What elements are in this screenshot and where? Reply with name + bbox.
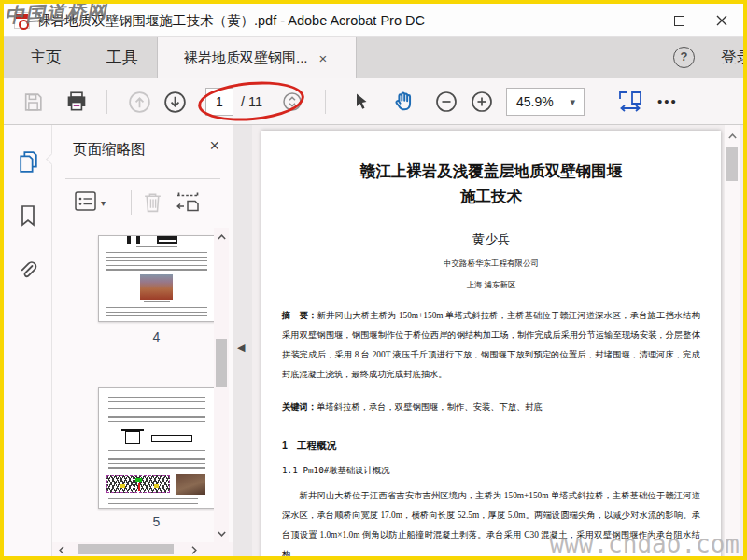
thumb4-text-block bbox=[106, 252, 207, 272]
thumb5-text-block bbox=[108, 498, 198, 506]
scroll-right-icon[interactable] bbox=[187, 542, 202, 557]
sign-in-button[interactable]: 登录 bbox=[721, 37, 747, 78]
chevron-down-icon: ▾ bbox=[570, 96, 584, 108]
zoom-level-value: 45.9% bbox=[507, 94, 570, 109]
thumb4-photo bbox=[140, 274, 173, 300]
bookmarks-rail-button[interactable] bbox=[18, 203, 38, 228]
page-down-icon bbox=[162, 90, 188, 115]
scrollbar-thumb[interactable] bbox=[78, 544, 174, 554]
thumb5-diagram-left bbox=[125, 431, 140, 444]
thumbnails-panel: 页面缩略图 × ▾ bbox=[52, 125, 233, 556]
scrollbar-thumb[interactable] bbox=[726, 147, 738, 181]
truss-green-mark bbox=[135, 478, 142, 482]
abstract-text: 新井冈山大桥主桥为 150m+150m 单塔式斜拉桥，主桥基础位于赣江河道深水区… bbox=[282, 311, 700, 379]
page-number-input[interactable] bbox=[205, 88, 233, 116]
page-count-label: / 11 bbox=[241, 78, 262, 125]
options-list-icon bbox=[75, 190, 99, 213]
zoom-in-button[interactable] bbox=[467, 78, 497, 125]
paper-keywords: 关键词：单塔斜拉桥，承台，双壁钢围堰，制作、安装、下放、封底 bbox=[282, 398, 700, 417]
section-heading-1-1: 1.1 Pm10#墩基础设计概况 bbox=[282, 465, 700, 477]
thumbnail-page-4[interactable] bbox=[98, 235, 215, 322]
thumbnail-page-5[interactable] bbox=[98, 387, 215, 509]
print-button[interactable] bbox=[60, 78, 93, 125]
main-area: 页面缩略图 × ▾ bbox=[4, 125, 743, 556]
scroll-down-icon[interactable] bbox=[214, 526, 229, 541]
help-icon: ? bbox=[681, 49, 688, 63]
print-icon bbox=[64, 90, 89, 114]
page-view-options-button[interactable] bbox=[278, 78, 306, 125]
paper-abstract: 摘 要：新井冈山大桥主桥为 150m+150m 单塔式斜拉桥，主桥基础位于赣江河… bbox=[282, 306, 700, 385]
thumb4-diagram-fragment bbox=[136, 236, 140, 244]
minimize-icon bbox=[630, 21, 641, 21]
next-page-button[interactable] bbox=[159, 78, 190, 125]
thumbnail-options-button[interactable] bbox=[75, 190, 99, 213]
scroll-left-icon[interactable] bbox=[54, 542, 69, 557]
paper-title-line1: 赣江上裸岩及浅覆盖层地质双壁钢围堰 bbox=[282, 159, 700, 184]
site-watermark-bottom: www.cndao.com bbox=[550, 530, 740, 558]
zoom-out-button[interactable] bbox=[431, 78, 461, 125]
thumb4-caption-line bbox=[136, 246, 177, 249]
page-thumbnails-icon bbox=[17, 149, 40, 175]
thumbnail-list: 4 bbox=[52, 228, 233, 543]
tab-bar: 主页 工具 裸岩地质双壁钢围... × ? 登录 bbox=[4, 37, 743, 78]
panel-toolbar: ▾ bbox=[52, 185, 233, 222]
thumbnail-scrollbar-horizontal[interactable] bbox=[52, 542, 233, 556]
scroll-up-icon[interactable] bbox=[214, 230, 229, 245]
document-viewport[interactable]: 赣江上裸岩及浅覆盖层地质双壁钢围堰 施工技术 黄少兵 中交路桥华东工程有限公司 … bbox=[252, 125, 743, 556]
fit-width-button[interactable] bbox=[613, 78, 648, 125]
more-tools-button[interactable]: ••• bbox=[657, 78, 678, 125]
title-bar: 裸岩地质双壁钢围堰施工技术（黄）.pdf - Adobe Acrobat Pro… bbox=[4, 4, 743, 37]
attachments-rail-button[interactable] bbox=[17, 259, 39, 282]
tab-document[interactable]: 裸岩地质双壁钢围... × bbox=[157, 37, 357, 78]
thumb5-text-block bbox=[108, 450, 205, 469]
fit-width-icon bbox=[617, 90, 643, 114]
minimize-button[interactable] bbox=[614, 4, 657, 37]
save-icon bbox=[21, 91, 45, 114]
thumb5-diagram-lid bbox=[121, 429, 144, 431]
thumbnail-scrollbar-vertical[interactable] bbox=[214, 228, 229, 543]
tab-home[interactable]: 主页 bbox=[11, 37, 80, 78]
previous-page-button[interactable] bbox=[123, 78, 155, 125]
maximize-icon bbox=[674, 16, 684, 26]
thumb5-diagram-right bbox=[151, 435, 192, 442]
crop-pages-icon bbox=[176, 190, 201, 214]
delete-pages-button[interactable] bbox=[142, 190, 163, 214]
maximize-button[interactable] bbox=[657, 4, 700, 37]
paper-title-line2: 施工技术 bbox=[282, 184, 700, 209]
paperclip-icon bbox=[17, 259, 39, 282]
toolbar-separator bbox=[106, 90, 107, 114]
thumb4-text-block bbox=[106, 307, 207, 318]
close-button[interactable] bbox=[700, 4, 743, 37]
paper-affiliation1: 中交路桥华东工程有限公司 bbox=[282, 259, 700, 270]
pdf-page-1[interactable]: 赣江上裸岩及浅覆盖层地质双壁钢围堰 施工技术 黄少兵 中交路桥华东工程有限公司 … bbox=[261, 131, 721, 560]
paper-author: 黄少兵 bbox=[282, 231, 700, 248]
thumb4-diagram-fragment bbox=[157, 236, 177, 244]
scroll-up-icon[interactable] bbox=[725, 129, 740, 144]
abstract-label: 摘 要： bbox=[282, 311, 317, 320]
thumbnail-label-5: 5 bbox=[98, 514, 215, 529]
save-button[interactable] bbox=[17, 78, 49, 125]
tab-tools[interactable]: 工具 bbox=[88, 37, 157, 78]
acrobat-window: 裸岩地质双壁钢围堰施工技术（黄）.pdf - Adobe Acrobat Pro… bbox=[0, 0, 747, 560]
panel-splitter[interactable]: ◀ bbox=[233, 125, 252, 556]
document-tab-label: 裸岩地质双壁钢围... bbox=[184, 49, 308, 67]
resize-pages-button[interactable] bbox=[176, 190, 201, 214]
panel-close-button[interactable]: × bbox=[209, 136, 219, 156]
hand-tool-button[interactable] bbox=[387, 78, 422, 125]
collapse-panel-icon[interactable]: ◀ bbox=[237, 342, 245, 354]
window-controls bbox=[614, 4, 743, 37]
document-scrollbar-vertical[interactable] bbox=[725, 125, 740, 556]
tab-close-icon[interactable]: × bbox=[319, 50, 328, 66]
zoom-level-dropdown[interactable]: 45.9% ▾ bbox=[506, 88, 585, 116]
panel-title: 页面缩略图 bbox=[73, 140, 146, 160]
panel-toolbar-separator bbox=[131, 190, 132, 215]
page-up-icon bbox=[127, 90, 152, 115]
thumb5-photo bbox=[176, 474, 205, 495]
navigation-rail bbox=[4, 125, 52, 556]
scrollbar-thumb[interactable] bbox=[216, 339, 227, 387]
select-tool-button[interactable] bbox=[345, 78, 377, 125]
thumb5-truss-figure bbox=[106, 475, 170, 493]
page-thumbnails-rail-button[interactable] bbox=[17, 149, 40, 175]
thumb5-text-block bbox=[108, 397, 205, 404]
help-button[interactable]: ? bbox=[673, 47, 695, 68]
